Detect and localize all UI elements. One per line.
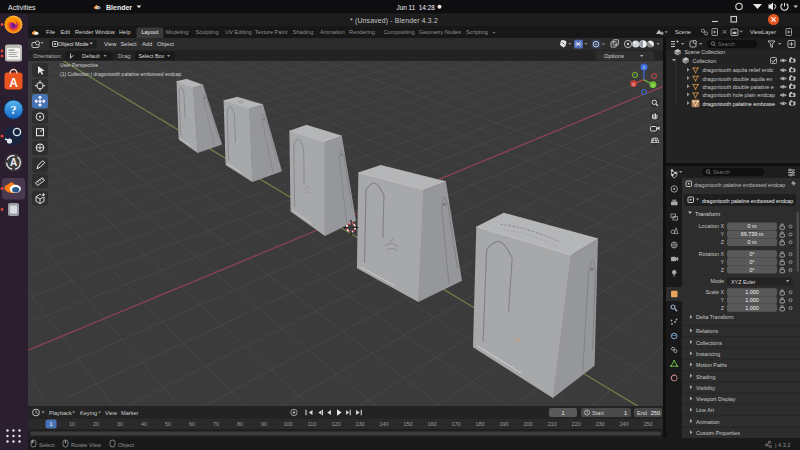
svg-text:50: 50 xyxy=(165,421,171,427)
svg-text:Delta Transform: Delta Transform xyxy=(696,314,734,320)
svg-text:Compositing: Compositing xyxy=(383,29,414,35)
svg-text:200: 200 xyxy=(523,421,532,427)
svg-text:0°: 0° xyxy=(749,251,754,257)
svg-text:View: View xyxy=(104,41,117,47)
svg-text:Transform: Transform xyxy=(695,211,721,217)
svg-text:Mode: Mode xyxy=(711,278,725,284)
svg-text:Drag:: Drag: xyxy=(118,53,132,59)
svg-text:90: 90 xyxy=(261,421,267,427)
svg-text:0 m: 0 m xyxy=(748,223,757,229)
svg-text:Window: Window xyxy=(95,29,116,35)
svg-text:Y: Y xyxy=(652,83,655,88)
svg-text:UV Editing: UV Editing xyxy=(225,29,251,35)
svg-text:Scene Collection: Scene Collection xyxy=(685,49,725,55)
svg-text:Select: Select xyxy=(39,442,55,448)
svg-text:Custom Properties: Custom Properties xyxy=(696,430,740,436)
svg-text:Texture Paint: Texture Paint xyxy=(255,29,288,35)
svg-text:Rendering: Rendering xyxy=(349,29,375,35)
svg-text:170: 170 xyxy=(451,421,460,427)
svg-text:dragontooth hole plain endcap: dragontooth hole plain endcap xyxy=(703,92,776,98)
svg-text:Object Mode: Object Mode xyxy=(58,41,89,47)
svg-text:Y: Y xyxy=(720,297,724,303)
svg-text:dragontooth palatine embossed: dragontooth palatine embossed endcap xyxy=(702,198,793,204)
svg-text:Search: Search xyxy=(718,41,735,47)
svg-text:Instancing: Instancing xyxy=(696,351,720,357)
svg-text:Layout: Layout xyxy=(141,29,158,35)
svg-text:10: 10 xyxy=(69,421,75,427)
svg-text:40: 40 xyxy=(141,421,147,427)
svg-text:Default: Default xyxy=(82,53,100,59)
svg-text:69.739 m: 69.739 m xyxy=(741,231,764,237)
svg-text:Jun 11 14:28: Jun 11 14:28 xyxy=(397,4,436,11)
svg-text:Rotation X: Rotation X xyxy=(699,251,725,257)
svg-text:Help: Help xyxy=(119,29,131,35)
svg-text:X: X xyxy=(632,82,635,87)
svg-text:dragontooth palatine embossed: dragontooth palatine embossed endcap xyxy=(694,182,785,188)
svg-text:(1) Collection | dragontooth p: (1) Collection | dragontooth palatine em… xyxy=(60,71,182,77)
svg-text:A: A xyxy=(10,157,17,168)
svg-text:Shading: Shading xyxy=(293,29,314,35)
svg-text:0°: 0° xyxy=(749,259,754,265)
svg-text:120: 120 xyxy=(331,421,340,427)
svg-text:Marker: Marker xyxy=(121,410,139,416)
svg-text:1: 1 xyxy=(561,410,564,416)
svg-text:230: 230 xyxy=(595,421,604,427)
svg-text:dragontooth palatine embosse: dragontooth palatine embosse xyxy=(703,101,776,107)
svg-text:XYZ Euler: XYZ Euler xyxy=(731,279,756,285)
svg-text:File: File xyxy=(46,29,55,35)
svg-text:Activities: Activities xyxy=(8,4,36,11)
svg-text:* (Unsaved) - Blender 4.3.2: * (Unsaved) - Blender 4.3.2 xyxy=(350,17,438,25)
svg-text:Rotate View: Rotate View xyxy=(71,442,102,448)
svg-text:Object: Object xyxy=(118,442,135,448)
svg-text:Edit: Edit xyxy=(61,29,71,35)
svg-text:Geometry Nodes: Geometry Nodes xyxy=(419,29,461,35)
svg-text:Y: Y xyxy=(720,259,724,265)
svg-text:Line Art: Line Art xyxy=(696,407,714,413)
svg-text:250: 250 xyxy=(651,410,660,416)
svg-text:210: 210 xyxy=(547,421,556,427)
svg-text:Modeling: Modeling xyxy=(166,29,189,35)
svg-text:dragontooth double palatine e: dragontooth double palatine e xyxy=(703,84,774,90)
svg-text:30: 30 xyxy=(117,421,123,427)
svg-text:Animation: Animation xyxy=(696,419,720,425)
svg-text:Keying: Keying xyxy=(80,410,97,416)
svg-text:190: 190 xyxy=(499,421,508,427)
svg-text:Location X: Location X xyxy=(699,223,725,229)
svg-text:1.000: 1.000 xyxy=(745,289,759,295)
svg-text:A: A xyxy=(9,76,18,90)
svg-text:Object: Object xyxy=(157,41,174,47)
svg-text:Search: Search xyxy=(713,169,730,175)
svg-text:160: 160 xyxy=(427,421,436,427)
svg-text:| 4.3.2: | 4.3.2 xyxy=(775,442,790,448)
svg-text:Scale X: Scale X xyxy=(705,289,724,295)
svg-text:Shading: Shading xyxy=(696,374,715,380)
svg-text:Playback: Playback xyxy=(49,410,72,416)
svg-text:Start: Start xyxy=(592,410,604,416)
svg-text:20: 20 xyxy=(93,421,99,427)
svg-text:Viewport Display: Viewport Display xyxy=(696,396,736,402)
svg-text:Y: Y xyxy=(720,231,724,237)
svg-text:180: 180 xyxy=(475,421,484,427)
svg-text:ViewLayer: ViewLayer xyxy=(750,29,776,35)
svg-text:110: 110 xyxy=(308,421,317,427)
svg-text:1.000: 1.000 xyxy=(745,297,759,303)
svg-text:Select: Select xyxy=(121,41,138,47)
svg-text:150: 150 xyxy=(403,421,412,427)
svg-text:+: + xyxy=(492,29,495,35)
svg-text:User Perspective: User Perspective xyxy=(60,62,98,68)
svg-text:220: 220 xyxy=(571,421,580,427)
svg-text:130: 130 xyxy=(355,421,364,427)
svg-text:View: View xyxy=(105,410,118,416)
svg-text:Scripting: Scripting xyxy=(466,29,488,35)
svg-text:Relations: Relations xyxy=(696,328,718,334)
svg-text:Render: Render xyxy=(75,29,93,35)
svg-text:dragontooth aquila relief endc: dragontooth aquila relief endc xyxy=(703,67,774,73)
svg-text:End: End xyxy=(637,410,647,416)
svg-text:80: 80 xyxy=(237,421,243,427)
svg-text:1.000: 1.000 xyxy=(745,305,759,311)
svg-text:Orientation:: Orientation: xyxy=(33,53,62,59)
svg-text:1: 1 xyxy=(624,410,627,416)
svg-text:Visibility: Visibility xyxy=(696,385,715,391)
svg-text:Add: Add xyxy=(142,41,152,47)
svg-text:240: 240 xyxy=(619,421,628,427)
